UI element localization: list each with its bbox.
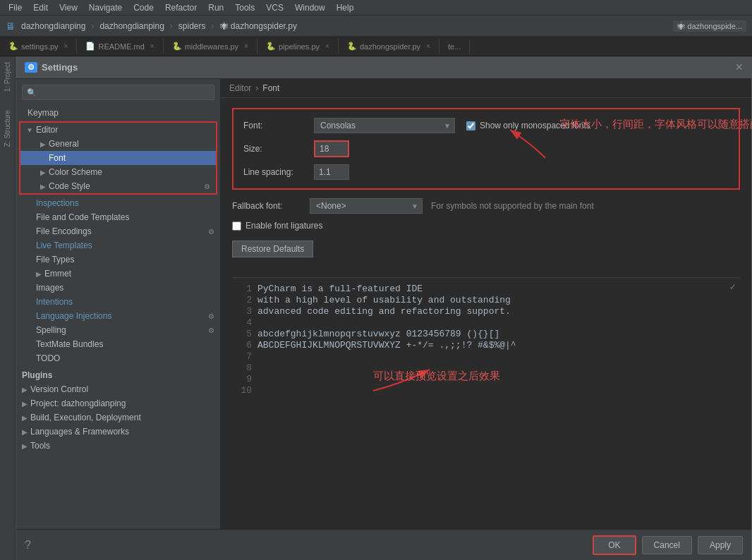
help-icon[interactable]: ? xyxy=(25,539,31,552)
line-text-3: advanced code editing and refactoring su… xyxy=(257,306,511,317)
tab-dazhongspider[interactable]: 🐍 dazhongspider.py × xyxy=(339,39,439,54)
tab-close-settings[interactable]: × xyxy=(64,42,68,50)
menu-code[interactable]: Code xyxy=(128,1,159,14)
project-name: dazhongdianping xyxy=(21,21,85,31)
tree-item-intentions[interactable]: Intentions xyxy=(16,295,220,309)
font-label: Font: xyxy=(243,121,314,130)
tab-te[interactable]: te... xyxy=(439,39,470,54)
tab-close-pipelines[interactable]: × xyxy=(325,42,329,50)
menu-run[interactable]: Run xyxy=(202,1,229,14)
sidebar-tab-structure[interactable]: Z: Structure xyxy=(2,104,13,152)
tree-item-inspections[interactable]: Inspections xyxy=(16,196,220,210)
tree-item-general[interactable]: ▶ General xyxy=(20,137,216,151)
line-spacing-input[interactable] xyxy=(314,164,349,180)
tab-close-middlewares[interactable]: × xyxy=(244,42,248,50)
settings-tree: Keymap ▼ Editor ▶ General xyxy=(16,106,220,529)
tab-close-dazhong[interactable]: × xyxy=(426,42,430,50)
tab-middlewares[interactable]: 🐍 middlewares.py × xyxy=(164,39,257,54)
settings-content-panel: Editor › Font Font: xyxy=(221,79,751,529)
tree-item-todo[interactable]: TODO xyxy=(16,351,220,365)
tab-close-readme[interactable]: × xyxy=(150,42,154,50)
sidebar-tab-project[interactable]: 1: Project xyxy=(2,56,13,97)
tree-item-languages[interactable]: ▶ Languages & Frameworks xyxy=(16,425,220,439)
tree-item-keymap[interactable]: Keymap xyxy=(16,106,220,120)
line-text-1: PyCharm is a full-featured IDE xyxy=(257,284,423,294)
tree-item-emmet[interactable]: ▶ Emmet xyxy=(16,267,220,281)
apply-button[interactable]: Apply xyxy=(698,536,743,554)
expand-arrow-tools: ▶ xyxy=(22,442,28,450)
tree-item-textmate[interactable]: TextMate Bundles xyxy=(16,337,220,351)
line-num-2: 2 xyxy=(235,295,252,305)
tree-item-code-style[interactable]: ▶ Code Style ⚙ xyxy=(20,179,216,193)
spider-tab-far: 🕷 dazhongspide... xyxy=(673,20,746,32)
breadcrumb-separator: › xyxy=(91,21,94,31)
tree-item-plugins[interactable]: Plugins xyxy=(16,368,220,382)
tab-settings[interactable]: 🐍 settings.py × xyxy=(0,39,77,54)
preview-line-5: 5 abcdefghijklmnopqrstuvwxyz 0123456789 … xyxy=(235,329,737,339)
line-num-7: 7 xyxy=(235,351,252,362)
menu-tools[interactable]: Tools xyxy=(229,1,260,14)
fallback-select[interactable]: <None> xyxy=(310,198,423,214)
menu-vcs[interactable]: VCS xyxy=(260,1,289,14)
size-input[interactable] xyxy=(314,140,349,157)
menu-help[interactable]: Help xyxy=(331,1,360,14)
breadcrumb: Editor › Font xyxy=(221,79,751,98)
gear-icon-injections: ⚙ xyxy=(208,312,214,320)
expand-arrow-editor: ▼ xyxy=(26,126,33,134)
tree-item-images[interactable]: Images xyxy=(16,281,220,295)
tree-item-font[interactable]: Font xyxy=(20,151,216,165)
tree-item-spelling[interactable]: Spelling ⚙ xyxy=(16,323,220,337)
checkmark-icon: ✓ xyxy=(730,281,736,293)
tree-item-file-code-templates[interactable]: File and Code Templates xyxy=(16,210,220,224)
preview-line-7: 7 xyxy=(235,351,737,362)
tree-item-build[interactable]: ▶ Build, Execution, Deployment xyxy=(16,410,220,425)
search-area: 🔍 xyxy=(16,79,220,106)
monospaced-checkbox[interactable] xyxy=(466,121,475,130)
menu-navigate[interactable]: Navigate xyxy=(83,1,128,14)
gear-icon-spelling: ⚙ xyxy=(208,327,214,334)
tree-item-version-control[interactable]: ▶ Version Control xyxy=(16,382,220,396)
line-num-5: 5 xyxy=(235,329,252,339)
ok-button[interactable]: OK xyxy=(593,535,636,555)
font-select[interactable]: Consolas xyxy=(314,118,455,133)
tree-item-color-scheme[interactable]: ▶ Color Scheme xyxy=(20,165,216,179)
size-row: Size: xyxy=(243,140,729,157)
file-name-toolbar: 🕷 dazhongspider.py xyxy=(220,21,297,31)
tree-item-project[interactable]: ▶ Project: dazhongdianping xyxy=(16,396,220,410)
tree-item-tools[interactable]: ▶ Tools xyxy=(16,439,220,453)
tab-pipelines[interactable]: 🐍 pipelines.py × xyxy=(257,39,339,54)
menu-window[interactable]: Window xyxy=(289,1,331,14)
dialog-footer: ? OK Cancel Apply xyxy=(16,529,751,560)
tab-readme[interactable]: 📄 README.md × xyxy=(77,39,163,54)
settings-tree-panel: 🔍 Keymap ▼ xyxy=(16,79,221,529)
expand-arrow-vcs: ▶ xyxy=(22,386,28,394)
menu-file[interactable]: File xyxy=(3,1,28,14)
menu-view[interactable]: View xyxy=(54,1,83,14)
menu-edit[interactable]: Edit xyxy=(28,1,54,14)
tree-item-file-encodings[interactable]: File Encodings ⚙ xyxy=(16,224,220,238)
line-text-6: ABCDEFGHIJKLMNOPQRSTUVWXYZ +-*/= .,;;!? … xyxy=(257,340,516,351)
expand-arrow-general: ▶ xyxy=(40,140,46,148)
close-button[interactable]: × xyxy=(735,60,743,75)
tree-item-language-injections[interactable]: Language Injections ⚙ xyxy=(16,309,220,323)
line-text-2: with a high level of usability and outst… xyxy=(257,295,511,305)
ide-toolbar: 🖥 dazhongdianping › dazhongdianping › sp… xyxy=(0,16,752,37)
tree-item-live-templates[interactable]: Live Templates xyxy=(16,238,220,252)
tree-item-file-types[interactable]: File Types xyxy=(16,252,220,267)
tree-item-editor[interactable]: ▼ Editor xyxy=(20,123,216,137)
line-num-9: 9 xyxy=(235,374,252,384)
menu-bar: File Edit View Navigate Code Refactor Ru… xyxy=(0,0,752,16)
menu-refactor[interactable]: Refactor xyxy=(159,1,202,14)
dazhongspider-icon: 🐍 xyxy=(347,42,357,51)
pipelines-icon: 🐍 xyxy=(266,42,276,51)
line-num-10: 10 xyxy=(235,385,252,396)
dialog-title-bar: ⚙ Settings × xyxy=(16,56,751,79)
ligatures-checkbox[interactable] xyxy=(232,221,241,231)
settings-search-input[interactable] xyxy=(22,85,214,100)
restore-defaults-button[interactable]: Restore Defaults xyxy=(232,241,313,257)
expand-arrow-colorscheme: ▶ xyxy=(40,169,46,176)
cancel-button[interactable]: Cancel xyxy=(642,536,692,554)
settings-icon: ⚙ xyxy=(25,62,37,73)
folder-name1: dazhongdianping xyxy=(99,21,164,31)
fallback-hint: For symbols not supported by the main fo… xyxy=(431,201,594,211)
